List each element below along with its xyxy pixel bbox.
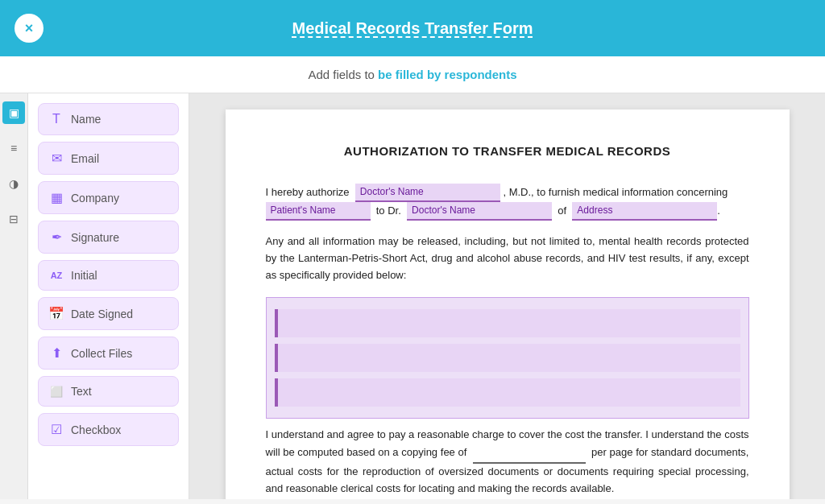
subtitle-bar: Add fields to be filled by respondents [0,56,825,93]
field-item-name[interactable]: T Name [38,103,179,135]
main-layout: ▣ ≡ ◑ ⊟ T Name ✉ Email ▦ Company ✒ Signa… [0,93,825,499]
field-block-2[interactable] [275,344,740,372]
collect-files-icon: ⬆ [48,345,64,361]
header-title: Medical Records Transfer Form [292,19,533,38]
field-item-date-signed[interactable]: 📅 Date Signed [38,297,179,330]
date-signed-icon: 📅 [48,306,64,321]
doc-paragraph-1: I hereby authorize Doctor's Name , M.D.,… [266,184,749,221]
field-item-collect-files[interactable]: ⬆ Collect Files [38,337,179,370]
field-item-text[interactable]: ⬜ Text [38,376,179,407]
subtitle-highlight: be filled by respondents [378,68,517,81]
text-icon: ⬜ [48,386,64,398]
field-item-company[interactable]: ▦ Company [38,181,179,214]
field-doctors-name-1[interactable]: Doctor's Name [355,184,500,202]
para1-to: to Dr. [376,204,401,217]
header: × Medical Records Transfer Form [0,0,825,56]
icon-bar-filter[interactable]: ⊟ [2,208,25,230]
para1-middle: , M.D., to furnish medical information c… [503,186,728,198]
para1-before: I hereby authorize [266,186,350,198]
field-patients-name[interactable]: Patient's Name [266,202,371,221]
doc-page: AUTHORIZATION TO TRANSFER MEDICAL RECORD… [226,109,790,499]
field-label-email: Email [71,152,99,165]
field-label-date-signed: Date Signed [71,308,133,320]
field-label-initial: Initial [71,269,97,282]
name-icon: T [48,112,64,126]
signature-icon: ✒ [48,229,64,245]
field-item-checkbox[interactable]: ☑ Checkbox [38,413,179,446]
icon-bar-palette[interactable]: ◑ [2,172,25,195]
field-item-initial[interactable]: AZ Initial [38,260,179,291]
field-label-checkbox: Checkbox [71,423,121,436]
para1-of: of [558,204,566,217]
doc-paragraph-2: Any and all information may be released,… [266,233,749,283]
doc-area: AUTHORIZATION TO TRANSFER MEDICAL RECORD… [189,93,825,499]
field-block-1[interactable] [275,309,740,337]
subtitle-text: Add fields to [308,68,378,81]
field-panel: T Name ✉ Email ▦ Company ✒ Signature AZ … [28,93,189,499]
field-block-3[interactable] [275,378,740,407]
field-address[interactable]: Address [572,202,717,221]
doc-block-fields [266,297,749,419]
field-label-signature: Signature [71,231,119,244]
field-label-name: Name [71,113,101,126]
field-doctors-name-2[interactable]: Doctor's Name [407,202,552,221]
field-label-company: Company [71,192,119,204]
email-icon: ✉ [48,151,64,166]
doc-title: AUTHORIZATION TO TRANSFER MEDICAL RECORD… [266,142,749,161]
field-label-collect-files: Collect Files [71,347,132,360]
icon-bar-form[interactable]: ▣ [2,101,25,124]
icon-bar-list[interactable]: ≡ [2,137,25,159]
company-icon: ▦ [48,190,64,205]
field-label-text: Text [71,385,92,398]
doc-paragraph-3: I understand and agree to pay a reasonab… [266,427,749,497]
checkbox-icon: ☑ [48,422,64,437]
initial-icon: AZ [48,271,64,280]
close-button[interactable]: × [15,14,44,43]
field-item-email[interactable]: ✉ Email [38,142,179,175]
icon-bar: ▣ ≡ ◑ ⊟ [0,93,28,499]
field-fee[interactable] [473,444,586,464]
field-item-signature[interactable]: ✒ Signature [38,221,179,254]
